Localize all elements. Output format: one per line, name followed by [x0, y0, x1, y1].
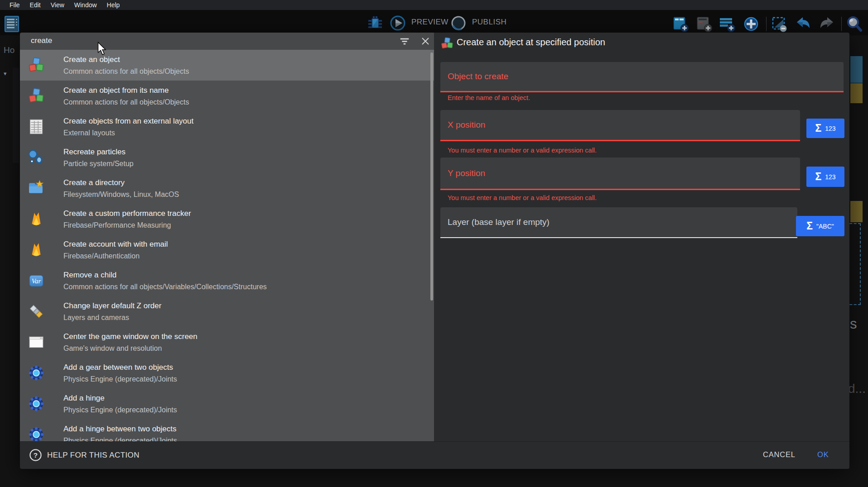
- add-comment-icon[interactable]: [719, 15, 737, 33]
- instruction-title: Center the game window on the screen: [63, 330, 198, 343]
- instruction-title: Change layer default Z order: [63, 300, 161, 312]
- object-to-create-field[interactable]: Object to create: [440, 62, 844, 92]
- instruction-list-item[interactable]: Create a directory Filesystem/Windows, L…: [20, 173, 434, 204]
- instruction-list-item[interactable]: Create objects from an external layout E…: [20, 111, 434, 142]
- background-text-fragment: s: [850, 316, 857, 332]
- instruction-title: Add a hinge between two objects: [63, 423, 177, 435]
- instruction-list-item[interactable]: Remove a child Common actions for all ob…: [20, 265, 434, 296]
- instruction-title: Remove a child: [63, 269, 267, 281]
- add-event-icon[interactable]: [672, 15, 690, 33]
- sigma-icon: Σ: [806, 221, 813, 231]
- y-expression-button[interactable]: Σ 123: [806, 167, 844, 187]
- background-object-fragment: [850, 201, 863, 222]
- cancel-button[interactable]: CANCEL: [763, 450, 796, 459]
- instruction-title: Create account with with email: [63, 238, 168, 250]
- instruction-group: Physics Engine (deprecated)/Joints: [63, 435, 177, 441]
- layer-expression-button[interactable]: Σ "ABC": [796, 216, 844, 236]
- instruction-title: Recreate particles: [63, 146, 134, 158]
- instruction-list-item[interactable]: Add a gear between two objects Physics E…: [20, 358, 434, 388]
- help-icon[interactable]: [29, 449, 42, 462]
- background-scrollbar-fragment: [850, 56, 863, 83]
- var-icon: [27, 272, 45, 289]
- x-field-error: You must enter a number or a valid expre…: [448, 147, 597, 154]
- y-field-error: You must enter a number or a valid expre…: [448, 194, 597, 201]
- instruction-title: Create an object from its name: [63, 84, 189, 96]
- add-subevent-icon[interactable]: [695, 15, 714, 33]
- action-search-bar[interactable]: create: [20, 33, 434, 50]
- instruction-list-item[interactable]: Create an object from its name Common ac…: [20, 81, 434, 111]
- chevron-down-icon: ▾: [4, 70, 7, 77]
- menu-view[interactable]: View: [46, 1, 69, 9]
- menu-bar: File Edit View Window Help: [0, 0, 868, 10]
- panel-title: Create an object at specified position: [457, 37, 605, 48]
- instruction-list-item[interactable]: Change layer default Z order Layers and …: [20, 296, 434, 327]
- instruction-group: Common actions for all objects/Objects: [63, 66, 189, 77]
- firebase-icon: [27, 241, 45, 258]
- instruction-group: Firebase/Performance Measuring: [63, 220, 191, 231]
- instruction-list-item[interactable]: Add a hinge Physics Engine (deprecated)/…: [20, 388, 434, 419]
- instruction-group: Layers and cameras: [63, 312, 161, 323]
- list-scrollbar[interactable]: [430, 53, 433, 301]
- instruction-list-item[interactable]: Center the game window on the screen Gam…: [20, 327, 434, 358]
- window-icon: [27, 334, 45, 351]
- project-manager-icon[interactable]: [4, 15, 20, 33]
- y-position-field[interactable]: Y position: [440, 158, 800, 190]
- sigma-icon: Σ: [815, 172, 821, 182]
- instruction-list: Create an object Common actions for all …: [20, 50, 434, 441]
- instruction-list-item[interactable]: Create an object Common actions for all …: [20, 50, 434, 81]
- x-position-field[interactable]: X position: [440, 110, 800, 141]
- background-object-fragment: [850, 83, 863, 103]
- cubes-icon: [440, 37, 454, 50]
- cubes-icon: [27, 87, 45, 105]
- undo-icon[interactable]: [794, 15, 812, 33]
- menu-edit[interactable]: Edit: [25, 1, 46, 9]
- choose-action-dialog: create Create an object Common actions f…: [20, 33, 849, 468]
- publish-globe-icon[interactable]: [450, 15, 467, 31]
- instruction-group: Game's window and resolution: [63, 343, 198, 354]
- ok-button[interactable]: OK: [817, 450, 829, 459]
- search-events-icon[interactable]: [845, 15, 863, 33]
- search-input[interactable]: create: [31, 36, 52, 45]
- instruction-group: Common actions for all objects/Objects: [63, 96, 189, 108]
- instruction-title: Create a custom performance tracker: [63, 207, 191, 220]
- instruction-title: Create objects from an external layout: [63, 115, 193, 127]
- toolbar-divider: [841, 17, 842, 31]
- x-expression-button[interactable]: Σ 123: [806, 119, 844, 138]
- instruction-list-item[interactable]: Create a custom performance tracker Fire…: [20, 204, 434, 234]
- instruction-list-item[interactable]: Add a hinge between two objects Physics …: [20, 419, 434, 441]
- menu-window[interactable]: Window: [69, 1, 102, 9]
- instruction-group: Particle system/Setup: [63, 158, 134, 169]
- physics-icon: [27, 426, 45, 441]
- x-position-placeholder: X position: [440, 120, 485, 130]
- debugger-icon[interactable]: [367, 15, 383, 31]
- menu-help[interactable]: Help: [102, 1, 125, 9]
- background-text-fragment: d...: [848, 382, 866, 396]
- layer-field[interactable]: Layer (base layer if empty): [440, 207, 797, 238]
- help-for-action-button[interactable]: HELP FOR THIS ACTION: [47, 451, 140, 460]
- instruction-list-item[interactable]: Recreate particles Particle system/Setup: [20, 142, 434, 173]
- physics-icon: [27, 395, 45, 412]
- add-circle-icon[interactable]: [742, 15, 760, 33]
- instruction-group: Filesystem/Windows, Linux, MacOS: [63, 189, 179, 200]
- menu-file[interactable]: File: [5, 1, 25, 9]
- preview-play-icon[interactable]: [390, 15, 406, 31]
- filter-icon[interactable]: [399, 36, 410, 47]
- instruction-group: Firebase/Authentication: [63, 250, 168, 262]
- physics-icon: [27, 364, 45, 382]
- instruction-title: Add a gear between two objects: [63, 361, 177, 373]
- zorder-icon: [27, 303, 45, 320]
- folder-star-icon: [27, 180, 45, 197]
- background-panel-fragment: [13, 68, 19, 163]
- instruction-title: Create an object: [63, 53, 189, 66]
- close-icon[interactable]: [420, 36, 431, 47]
- preview-label[interactable]: PREVIEW: [411, 18, 448, 27]
- toolbar-divider: [766, 17, 767, 31]
- instruction-list-item[interactable]: Create account with with email Firebase/…: [20, 234, 434, 265]
- mouse-cursor: [97, 42, 106, 56]
- delete-selection-icon[interactable]: [771, 15, 789, 33]
- publish-label[interactable]: PUBLISH: [472, 18, 506, 27]
- redo-icon[interactable]: [818, 15, 836, 33]
- dialog-footer: HELP FOR THIS ACTION CANCEL OK: [20, 441, 849, 469]
- object-field-error: Enter the name of an object.: [448, 94, 530, 101]
- spreadsheet-icon: [27, 118, 45, 135]
